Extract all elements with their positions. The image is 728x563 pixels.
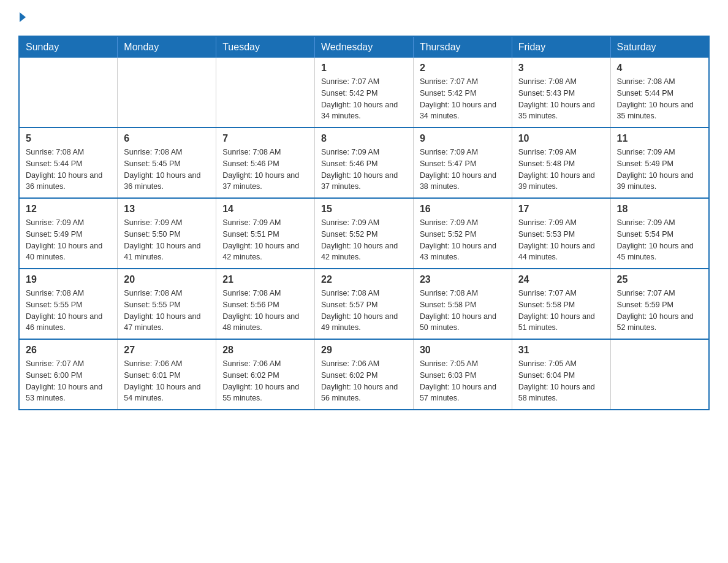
day-number: 16 (420, 204, 506, 215)
calendar-day-cell: 13Sunrise: 7:09 AM Sunset: 5:50 PM Dayli… (118, 198, 216, 269)
day-info: Sunrise: 7:08 AM Sunset: 5:55 PM Dayligh… (26, 288, 111, 334)
day-of-week-header: Tuesday (216, 36, 315, 58)
day-number: 15 (321, 204, 407, 215)
calendar-day-cell (216, 58, 315, 128)
calendar-day-cell: 29Sunrise: 7:06 AM Sunset: 6:02 PM Dayli… (315, 339, 414, 410)
calendar-day-cell (19, 58, 118, 128)
calendar-week-row: 26Sunrise: 7:07 AM Sunset: 6:00 PM Dayli… (19, 339, 709, 410)
day-info: Sunrise: 7:08 AM Sunset: 5:58 PM Dayligh… (420, 288, 506, 334)
day-number: 31 (518, 345, 604, 356)
day-number: 25 (617, 274, 702, 285)
calendar-week-row: 5Sunrise: 7:08 AM Sunset: 5:44 PM Daylig… (19, 128, 709, 198)
calendar-day-cell: 19Sunrise: 7:08 AM Sunset: 5:55 PM Dayli… (19, 269, 118, 339)
day-number: 19 (26, 274, 111, 285)
day-info: Sunrise: 7:05 AM Sunset: 6:03 PM Dayligh… (420, 358, 506, 404)
day-info: Sunrise: 7:07 AM Sunset: 5:58 PM Dayligh… (518, 288, 604, 334)
calendar-header-row: SundayMondayTuesdayWednesdayThursdayFrid… (19, 36, 709, 58)
day-info: Sunrise: 7:07 AM Sunset: 5:42 PM Dayligh… (420, 76, 506, 122)
day-number: 11 (617, 133, 702, 144)
calendar-week-row: 19Sunrise: 7:08 AM Sunset: 5:55 PM Dayli… (19, 269, 709, 339)
calendar-day-cell: 18Sunrise: 7:09 AM Sunset: 5:54 PM Dayli… (610, 198, 709, 269)
logo (18, 12, 26, 23)
day-info: Sunrise: 7:07 AM Sunset: 5:42 PM Dayligh… (321, 76, 407, 122)
day-number: 26 (26, 345, 111, 356)
day-info: Sunrise: 7:09 AM Sunset: 5:49 PM Dayligh… (26, 217, 111, 263)
calendar-day-cell: 20Sunrise: 7:08 AM Sunset: 5:55 PM Dayli… (118, 269, 216, 339)
day-info: Sunrise: 7:09 AM Sunset: 5:54 PM Dayligh… (617, 217, 702, 263)
calendar-day-cell: 26Sunrise: 7:07 AM Sunset: 6:00 PM Dayli… (19, 339, 118, 410)
calendar-day-cell: 8Sunrise: 7:09 AM Sunset: 5:46 PM Daylig… (315, 128, 414, 198)
day-info: Sunrise: 7:06 AM Sunset: 6:02 PM Dayligh… (222, 358, 308, 404)
day-number: 17 (518, 204, 604, 215)
day-info: Sunrise: 7:08 AM Sunset: 5:43 PM Dayligh… (518, 76, 604, 122)
day-info: Sunrise: 7:06 AM Sunset: 6:01 PM Dayligh… (124, 358, 210, 404)
day-of-week-header: Sunday (19, 36, 118, 58)
day-of-week-header: Monday (118, 36, 216, 58)
calendar-day-cell: 23Sunrise: 7:08 AM Sunset: 5:58 PM Dayli… (413, 269, 512, 339)
day-info: Sunrise: 7:09 AM Sunset: 5:47 PM Dayligh… (420, 147, 506, 193)
calendar-day-cell: 24Sunrise: 7:07 AM Sunset: 5:58 PM Dayli… (512, 269, 610, 339)
day-info: Sunrise: 7:09 AM Sunset: 5:49 PM Dayligh… (617, 147, 702, 193)
day-info: Sunrise: 7:08 AM Sunset: 5:44 PM Dayligh… (617, 76, 702, 122)
day-number: 7 (222, 133, 308, 144)
day-of-week-header: Thursday (413, 36, 512, 58)
day-number: 3 (518, 63, 604, 74)
calendar-day-cell: 10Sunrise: 7:09 AM Sunset: 5:48 PM Dayli… (512, 128, 610, 198)
calendar-day-cell: 27Sunrise: 7:06 AM Sunset: 6:01 PM Dayli… (118, 339, 216, 410)
calendar-day-cell: 7Sunrise: 7:08 AM Sunset: 5:46 PM Daylig… (216, 128, 315, 198)
calendar-day-cell: 25Sunrise: 7:07 AM Sunset: 5:59 PM Dayli… (610, 269, 709, 339)
calendar-day-cell: 17Sunrise: 7:09 AM Sunset: 5:53 PM Dayli… (512, 198, 610, 269)
calendar-day-cell: 15Sunrise: 7:09 AM Sunset: 5:52 PM Dayli… (315, 198, 414, 269)
day-info: Sunrise: 7:09 AM Sunset: 5:46 PM Dayligh… (321, 147, 407, 193)
day-number: 24 (518, 274, 604, 285)
day-number: 5 (26, 133, 111, 144)
calendar-day-cell: 28Sunrise: 7:06 AM Sunset: 6:02 PM Dayli… (216, 339, 315, 410)
calendar-day-cell: 21Sunrise: 7:08 AM Sunset: 5:56 PM Dayli… (216, 269, 315, 339)
calendar-day-cell: 11Sunrise: 7:09 AM Sunset: 5:49 PM Dayli… (610, 128, 709, 198)
calendar-table: SundayMondayTuesdayWednesdayThursdayFrid… (18, 36, 710, 410)
day-info: Sunrise: 7:07 AM Sunset: 6:00 PM Dayligh… (26, 358, 111, 404)
day-number: 1 (321, 63, 407, 74)
calendar-day-cell: 14Sunrise: 7:09 AM Sunset: 5:51 PM Dayli… (216, 198, 315, 269)
day-number: 14 (222, 204, 308, 215)
day-number: 13 (124, 204, 210, 215)
page-header (18, 12, 710, 23)
day-number: 6 (124, 133, 210, 144)
day-of-week-header: Friday (512, 36, 610, 58)
day-number: 28 (222, 345, 308, 356)
calendar-day-cell: 9Sunrise: 7:09 AM Sunset: 5:47 PM Daylig… (413, 128, 512, 198)
calendar-day-cell (610, 339, 709, 410)
day-number: 18 (617, 204, 702, 215)
logo-arrow-icon (20, 12, 26, 22)
calendar-day-cell: 6Sunrise: 7:08 AM Sunset: 5:45 PM Daylig… (118, 128, 216, 198)
calendar-day-cell: 31Sunrise: 7:05 AM Sunset: 6:04 PM Dayli… (512, 339, 610, 410)
day-number: 2 (420, 63, 506, 74)
day-info: Sunrise: 7:09 AM Sunset: 5:52 PM Dayligh… (420, 217, 506, 263)
day-number: 21 (222, 274, 308, 285)
day-number: 8 (321, 133, 407, 144)
calendar-day-cell (118, 58, 216, 128)
day-of-week-header: Wednesday (315, 36, 414, 58)
calendar-day-cell: 1Sunrise: 7:07 AM Sunset: 5:42 PM Daylig… (315, 58, 414, 128)
day-info: Sunrise: 7:06 AM Sunset: 6:02 PM Dayligh… (321, 358, 407, 404)
day-info: Sunrise: 7:09 AM Sunset: 5:51 PM Dayligh… (222, 217, 308, 263)
calendar-day-cell: 12Sunrise: 7:09 AM Sunset: 5:49 PM Dayli… (19, 198, 118, 269)
day-number: 27 (124, 345, 210, 356)
calendar-week-row: 12Sunrise: 7:09 AM Sunset: 5:49 PM Dayli… (19, 198, 709, 269)
day-info: Sunrise: 7:05 AM Sunset: 6:04 PM Dayligh… (518, 358, 604, 404)
day-info: Sunrise: 7:09 AM Sunset: 5:53 PM Dayligh… (518, 217, 604, 263)
day-of-week-header: Saturday (610, 36, 709, 58)
day-info: Sunrise: 7:09 AM Sunset: 5:52 PM Dayligh… (321, 217, 407, 263)
calendar-day-cell: 16Sunrise: 7:09 AM Sunset: 5:52 PM Dayli… (413, 198, 512, 269)
day-number: 12 (26, 204, 111, 215)
day-info: Sunrise: 7:08 AM Sunset: 5:56 PM Dayligh… (222, 288, 308, 334)
calendar-day-cell: 22Sunrise: 7:08 AM Sunset: 5:57 PM Dayli… (315, 269, 414, 339)
day-info: Sunrise: 7:09 AM Sunset: 5:50 PM Dayligh… (124, 217, 210, 263)
day-number: 29 (321, 345, 407, 356)
day-info: Sunrise: 7:08 AM Sunset: 5:45 PM Dayligh… (124, 147, 210, 193)
day-info: Sunrise: 7:08 AM Sunset: 5:57 PM Dayligh… (321, 288, 407, 334)
day-number: 22 (321, 274, 407, 285)
day-info: Sunrise: 7:08 AM Sunset: 5:55 PM Dayligh… (124, 288, 210, 334)
day-info: Sunrise: 7:08 AM Sunset: 5:44 PM Dayligh… (26, 147, 111, 193)
day-number: 9 (420, 133, 506, 144)
